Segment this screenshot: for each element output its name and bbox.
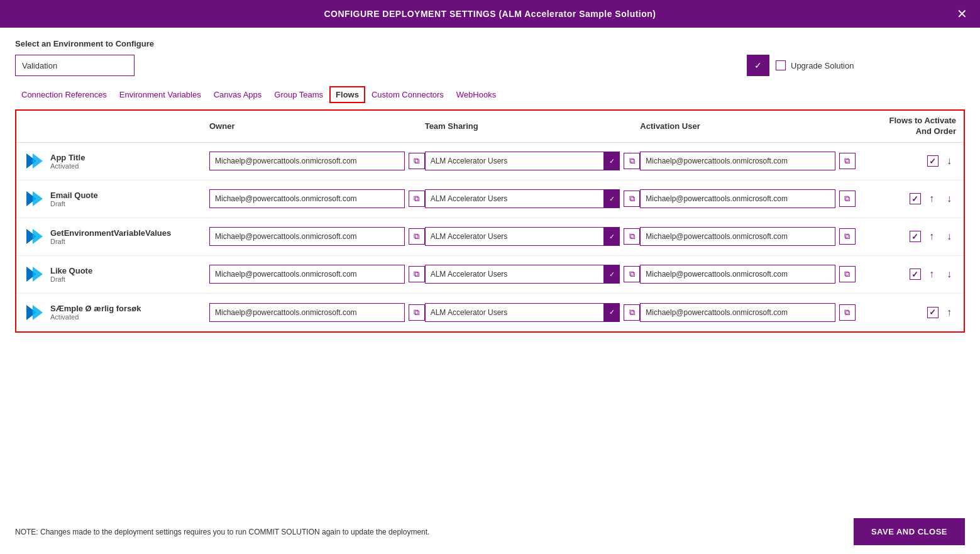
activation-cell: ⧉ — [640, 152, 856, 170]
flow-name-text: App Title Activated — [50, 153, 85, 170]
owner-copy-button[interactable]: ⧉ — [409, 304, 425, 321]
tab-connection-references[interactable]: Connection References — [15, 86, 113, 103]
team-select[interactable]: ALM Accelerator Users — [425, 227, 620, 246]
activation-email-input[interactable] — [640, 189, 835, 208]
tab-canvas-apps[interactable]: Canvas Apps — [207, 86, 268, 103]
activation-email-input[interactable] — [640, 303, 835, 322]
tab-group-teams[interactable]: Group Teams — [268, 86, 329, 103]
move-up-button[interactable]: ↑ — [925, 267, 939, 281]
team-copy-button[interactable]: ⧉ — [624, 266, 640, 282]
flow-icon — [24, 189, 44, 209]
team-cell: ALM Accelerator Users ✓ ⧉ — [425, 152, 641, 170]
activation-cell: ⧉ — [640, 189, 856, 208]
content-area: Select an Environment to Configure ✓ Upg… — [0, 28, 980, 339]
title-bar: CONFIGURE DEPLOYMENT SETTINGS (ALM Accel… — [0, 0, 980, 28]
team-copy-button[interactable]: ⧉ — [624, 304, 640, 321]
team-select-wrapper: ALM Accelerator Users ✓ — [425, 265, 620, 284]
activate-checkbox[interactable]: ✓ — [927, 155, 939, 167]
owner-cell: ⧉ — [209, 303, 425, 322]
footer: NOTE: Changes made to the deployment set… — [0, 509, 980, 554]
team-select[interactable]: ALM Accelerator Users — [425, 189, 620, 208]
save-and-close-button[interactable]: SAVE AND CLOSE — [854, 518, 965, 545]
tab-flows[interactable]: Flows — [329, 86, 365, 103]
owner-cell: ⧉ — [209, 152, 425, 170]
env-select-wrapper: ✓ — [15, 55, 769, 76]
owner-email-input[interactable] — [209, 265, 405, 284]
flow-name-text: GetEnvironmentVariableValues Draft — [50, 228, 171, 245]
activation-copy-button[interactable]: ⧉ — [839, 191, 856, 207]
flow-name-cell: GetEnvironmentVariableValues Draft — [24, 226, 209, 247]
close-button[interactable]: ✕ — [957, 8, 967, 20]
team-copy-button[interactable]: ⧉ — [624, 191, 640, 207]
activation-email-input[interactable] — [640, 265, 835, 284]
owner-email-input[interactable] — [209, 227, 405, 246]
owner-cell: ⧉ — [209, 189, 425, 208]
flow-icon — [24, 151, 44, 171]
footer-note: NOTE: Changes made to the deployment set… — [15, 528, 429, 536]
order-cell: ✓ ↑ ↓ — [856, 267, 956, 281]
table-header: Owner Team Sharing Activation User Flows… — [16, 111, 964, 143]
move-up-button[interactable]: ↑ — [942, 306, 956, 319]
activation-copy-button[interactable]: ⧉ — [839, 228, 856, 245]
move-up-button[interactable]: ↑ — [925, 230, 939, 243]
flow-name-cell: Like Quote Draft — [24, 264, 209, 284]
owner-copy-button[interactable]: ⧉ — [409, 266, 425, 282]
activate-checkbox[interactable]: ✓ — [910, 231, 921, 242]
tab-webhooks[interactable]: WebHooks — [450, 86, 502, 103]
activation-copy-button[interactable]: ⧉ — [839, 153, 856, 169]
table-row: App Title Activated ⧉ ALM Accelerator Us… — [16, 143, 964, 180]
activate-checkbox[interactable]: ✓ — [927, 307, 939, 318]
header-owner: Owner — [209, 116, 425, 137]
activation-cell: ⧉ — [640, 227, 856, 246]
activation-email-input[interactable] — [640, 227, 835, 246]
team-copy-button[interactable]: ⧉ — [624, 153, 640, 169]
flow-name-text: Email Quote Draft — [50, 191, 98, 208]
order-cell: ✓ ↑ ↓ — [856, 230, 956, 243]
order-cell: ✓ ↓ — [856, 154, 956, 168]
activation-copy-button[interactable]: ⧉ — [839, 266, 856, 282]
move-down-button[interactable]: ↓ — [942, 154, 956, 168]
svg-marker-3 — [33, 191, 43, 206]
dialog-title: CONFIGURE DEPLOYMENT SETTINGS (ALM Accel… — [324, 9, 656, 19]
flow-name-text: SÆmple Ø ærlig forsøk Activated — [50, 304, 141, 321]
team-cell: ALM Accelerator Users ✓ ⧉ — [425, 227, 641, 246]
table-row: GetEnvironmentVariableValues Draft ⧉ ALM… — [16, 218, 964, 256]
env-select[interactable] — [15, 55, 135, 76]
team-cell: ALM Accelerator Users ✓ ⧉ — [425, 265, 641, 284]
move-down-button[interactable]: ↓ — [942, 267, 956, 281]
activation-cell: ⧉ — [640, 265, 856, 284]
header-team-sharing: Team Sharing — [425, 116, 641, 137]
env-caret-icon: ✓ — [747, 55, 769, 76]
section-label: Select an Environment to Configure — [15, 39, 965, 48]
flow-name-cell: Email Quote Draft — [24, 189, 209, 209]
owner-email-input[interactable] — [209, 189, 405, 208]
owner-cell: ⧉ — [209, 265, 425, 284]
order-cell: ✓ ↑ — [856, 306, 956, 319]
flow-icon — [24, 264, 44, 284]
order-cell: ✓ ↑ ↓ — [856, 192, 956, 206]
owner-copy-button[interactable]: ⧉ — [409, 191, 425, 207]
team-copy-button[interactable]: ⧉ — [624, 228, 640, 245]
owner-email-input[interactable] — [209, 303, 405, 322]
owner-email-input[interactable] — [209, 152, 405, 170]
move-up-button[interactable]: ↑ — [925, 192, 939, 206]
move-down-button[interactable]: ↓ — [942, 192, 956, 206]
activation-copy-button[interactable]: ⧉ — [839, 304, 856, 321]
tab-environment-variables[interactable]: Environment Variables — [113, 86, 207, 103]
activate-checkbox[interactable]: ✓ — [910, 193, 921, 204]
team-select[interactable]: ALM Accelerator Users — [425, 265, 620, 284]
header-name — [24, 116, 209, 137]
team-cell: ALM Accelerator Users ✓ ⧉ — [425, 189, 641, 208]
team-select-wrapper: ALM Accelerator Users ✓ — [425, 189, 620, 208]
owner-copy-button[interactable]: ⧉ — [409, 228, 425, 245]
activation-email-input[interactable] — [640, 152, 835, 170]
team-select[interactable]: ALM Accelerator Users — [425, 303, 620, 322]
owner-copy-button[interactable]: ⧉ — [409, 153, 425, 169]
svg-marker-5 — [33, 229, 43, 244]
move-down-button[interactable]: ↓ — [942, 230, 956, 243]
team-select[interactable]: ALM Accelerator Users — [425, 152, 620, 170]
activate-checkbox[interactable]: ✓ — [910, 269, 921, 280]
table-row: Email Quote Draft ⧉ ALM Accelerator User… — [16, 180, 964, 218]
upgrade-checkbox[interactable] — [776, 60, 786, 70]
tab-custom-connectors[interactable]: Custom Connectors — [365, 86, 450, 103]
